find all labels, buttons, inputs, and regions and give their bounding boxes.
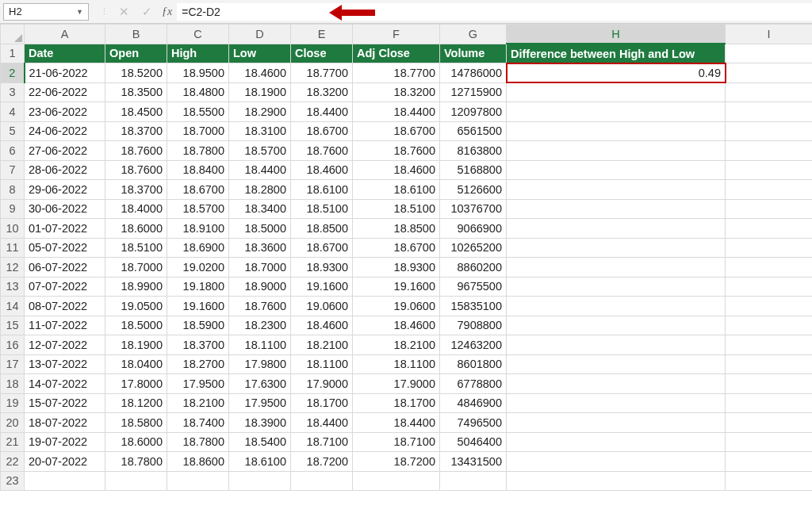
cell-f[interactable]: 18.7100: [353, 432, 440, 452]
row-header-19[interactable]: 19: [1, 393, 25, 413]
cell-f[interactable]: 18.1700: [353, 393, 440, 413]
cell-g[interactable]: 14786000: [440, 63, 507, 83]
header-a[interactable]: Date: [25, 44, 105, 63]
cell-diff[interactable]: [507, 199, 726, 219]
cell[interactable]: [726, 471, 813, 491]
header-e[interactable]: Close: [291, 44, 353, 63]
cell-d[interactable]: 18.6100: [229, 452, 291, 472]
cell-d[interactable]: 17.9800: [229, 354, 291, 374]
cell-d[interactable]: 18.9000: [229, 277, 291, 297]
cell-f[interactable]: 18.4400: [353, 413, 440, 433]
row-header-3[interactable]: 3: [1, 82, 25, 102]
column-header-b[interactable]: B: [105, 25, 167, 44]
cell[interactable]: [229, 471, 291, 491]
cell-f[interactable]: 18.4600: [353, 160, 440, 180]
cell-f[interactable]: 18.4600: [353, 316, 440, 335]
cell-e[interactable]: 18.9300: [291, 258, 353, 278]
cell-c[interactable]: 18.8400: [167, 160, 229, 180]
cell-date[interactable]: 21-06-2022: [25, 63, 105, 83]
cell[interactable]: [25, 471, 105, 491]
row-header-21[interactable]: 21: [1, 432, 25, 452]
cell-e[interactable]: 18.1100: [291, 354, 353, 374]
cell-e[interactable]: 18.3200: [291, 82, 353, 102]
cell[interactable]: [726, 44, 813, 63]
cell-f[interactable]: 18.6700: [353, 238, 440, 258]
row-header-4[interactable]: 4: [1, 102, 25, 122]
cell-diff[interactable]: [507, 393, 726, 413]
select-all-corner[interactable]: [1, 25, 25, 44]
row-header-10[interactable]: 10: [1, 219, 25, 239]
cell-date[interactable]: 23-06-2022: [25, 102, 105, 122]
cell-b[interactable]: 18.0400: [105, 354, 167, 374]
cell-c[interactable]: 18.7800: [167, 432, 229, 452]
cell-c[interactable]: 18.2700: [167, 354, 229, 374]
header-g[interactable]: Volume: [440, 44, 507, 63]
cell-c[interactable]: 18.4800: [167, 82, 229, 102]
cell-date[interactable]: 29-06-2022: [25, 180, 105, 200]
spreadsheet[interactable]: ABCDEFGHI 1DateOpenHighLowCloseAdj Close…: [0, 24, 812, 517]
cell-e[interactable]: 18.4600: [291, 316, 353, 335]
cell-date[interactable]: 06-07-2022: [25, 258, 105, 278]
cell-d[interactable]: 18.5000: [229, 219, 291, 239]
enter-icon[interactable]: ✓: [142, 5, 152, 19]
column-header-e[interactable]: E: [291, 25, 353, 44]
cell-g[interactable]: 8860200: [440, 258, 507, 278]
fx-icon[interactable]: ƒx: [157, 6, 177, 18]
cell-c[interactable]: 18.5700: [167, 199, 229, 219]
cell-date[interactable]: 11-07-2022: [25, 316, 105, 335]
cell-date[interactable]: 19-07-2022: [25, 432, 105, 452]
row-header-2[interactable]: 2: [1, 63, 25, 83]
cell-c[interactable]: 19.1600: [167, 297, 229, 316]
cell-date[interactable]: 15-07-2022: [25, 393, 105, 413]
cell[interactable]: [726, 180, 813, 200]
cell-b[interactable]: 18.1200: [105, 393, 167, 413]
cell[interactable]: [726, 393, 813, 413]
cell-f[interactable]: 17.9000: [353, 374, 440, 394]
cell-d[interactable]: 18.3900: [229, 413, 291, 433]
cell-c[interactable]: 18.7400: [167, 413, 229, 433]
cell-e[interactable]: 18.4600: [291, 160, 353, 180]
column-header-g[interactable]: G: [440, 25, 507, 44]
row-header-7[interactable]: 7: [1, 160, 25, 180]
cell-e[interactable]: 18.7200: [291, 452, 353, 472]
cell-b[interactable]: 18.1900: [105, 335, 167, 355]
cell[interactable]: [726, 160, 813, 180]
cell-g[interactable]: 7908800: [440, 316, 507, 335]
cell-b[interactable]: 17.8000: [105, 374, 167, 394]
row-header-22[interactable]: 22: [1, 452, 25, 472]
cell-d[interactable]: 18.5700: [229, 141, 291, 161]
cell-d[interactable]: 18.2900: [229, 102, 291, 122]
cell-date[interactable]: 01-07-2022: [25, 219, 105, 239]
cell-diff[interactable]: [507, 432, 726, 452]
cell-g[interactable]: 9066900: [440, 219, 507, 239]
cell-diff[interactable]: [507, 102, 726, 122]
cell[interactable]: [726, 121, 813, 141]
cell-b[interactable]: 18.7800: [105, 452, 167, 472]
cell-b[interactable]: 18.5000: [105, 316, 167, 335]
cell-date[interactable]: 13-07-2022: [25, 354, 105, 374]
cell-g[interactable]: 10376700: [440, 199, 507, 219]
cell-b[interactable]: 18.5200: [105, 63, 167, 83]
cell-f[interactable]: 18.7200: [353, 452, 440, 472]
cell-date[interactable]: 05-07-2022: [25, 238, 105, 258]
cell-g[interactable]: 9675500: [440, 277, 507, 297]
cell-g[interactable]: 12463200: [440, 335, 507, 355]
cell-date[interactable]: 14-07-2022: [25, 374, 105, 394]
cell-c[interactable]: 18.7000: [167, 121, 229, 141]
cell-b[interactable]: 18.3700: [105, 180, 167, 200]
cell-date[interactable]: 07-07-2022: [25, 277, 105, 297]
cell-date[interactable]: 20-07-2022: [25, 452, 105, 472]
cell-g[interactable]: 4846900: [440, 393, 507, 413]
cell-f[interactable]: 18.9300: [353, 258, 440, 278]
cell[interactable]: [726, 238, 813, 258]
cell-c[interactable]: 19.0200: [167, 258, 229, 278]
row-header-11[interactable]: 11: [1, 238, 25, 258]
header-b[interactable]: Open: [105, 44, 167, 63]
cell[interactable]: [726, 354, 813, 374]
cell-g[interactable]: 12715900: [440, 82, 507, 102]
cell-b[interactable]: 18.7600: [105, 141, 167, 161]
cell[interactable]: [726, 432, 813, 452]
column-header-h[interactable]: H: [507, 25, 726, 44]
cell[interactable]: [507, 471, 726, 491]
cell-d[interactable]: 18.7600: [229, 297, 291, 316]
